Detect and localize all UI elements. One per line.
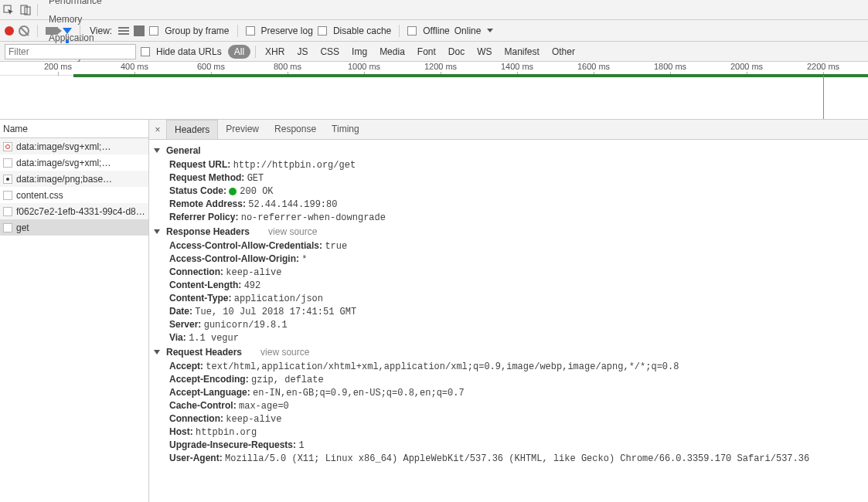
section-header[interactable]: Response Headersview source [149,224,868,239]
detail-tab-preview[interactable]: Preview [218,120,267,139]
device-toggle-icon[interactable] [17,0,34,20]
name-column-header[interactable]: Name [0,120,148,138]
header-key: Remote Address: [169,198,248,209]
filter-input[interactable] [5,44,136,59]
tab-performance[interactable]: Performance [41,0,110,10]
filter-toggle-icon[interactable] [63,28,72,34]
timeline-overview[interactable]: 200 ms400 ms600 ms800 ms1000 ms1200 ms14… [0,62,868,120]
header-item: Referrer Policy: no-referrer-when-downgr… [149,211,868,224]
view-source-link[interactable]: view source [268,226,317,237]
header-item: Host: httpbin.org [149,426,868,439]
filter-chip-ws[interactable]: WS [472,45,496,59]
type-filter-chips: AllXHRJSCSSImgMediaFontDocWSManifestOthe… [228,45,580,59]
view-source-link[interactable]: view source [260,347,309,358]
clear-icon[interactable] [19,25,29,36]
filter-chip-other[interactable]: Other [547,45,580,59]
header-key: Connection: [169,413,226,424]
timeline-tick: 2200 ms [807,62,839,71]
header-item: Access-Control-Allow-Credentials: true [149,239,868,253]
header-value: 492 [244,280,261,291]
header-key: Date: [169,306,195,317]
tree-view-icon[interactable] [134,25,145,36]
header-item: Accept: text/html,application/xhtml+xml,… [149,360,868,373]
request-name: get [16,222,29,233]
header-item: Remote Address: 52.44.144.199:80 [149,198,868,211]
separator [37,4,38,16]
disclosure-triangle-icon [154,148,160,153]
timeline-tick: 2000 ms [730,62,763,71]
devtools-tabs: ElementsConsoleSourcesNetworkPerformance… [0,0,868,20]
detail-tab-headers[interactable]: Headers [166,120,218,139]
request-row[interactable]: data:image/png;base… [0,171,148,187]
header-item: Date: Tue, 10 Jul 2018 17:41:51 GMT [149,305,868,318]
filter-chip-font[interactable]: Font [413,45,441,59]
header-item: Request Method: GET [149,171,868,185]
request-row[interactable]: data:image/svg+xml;… [0,138,148,154]
timeline-tick: 1800 ms [654,62,686,71]
header-value: 200 OK [229,186,273,197]
filter-chip-doc[interactable]: Doc [444,45,469,59]
timeline-tick: 1000 ms [348,62,380,71]
preserve-log-toggle[interactable]: Preserve log [246,25,313,36]
header-value: gunicorn/19.8.1 [204,320,288,331]
timeline-tick: 800 ms [274,62,301,71]
filter-chip-all[interactable]: All [228,45,250,59]
request-name: f062c7e2-1efb-4331-99c4-d8… [16,206,145,217]
filter-chip-js[interactable]: JS [292,45,312,59]
hide-data-urls-toggle[interactable]: Hide data URLs [141,46,222,57]
detail-tab-response[interactable]: Response [267,120,324,139]
section-header[interactable]: General [149,143,868,158]
separator [255,46,256,58]
header-key: Referrer Policy: [169,212,241,222]
record-icon[interactable] [5,26,14,36]
header-key: Cache-Control: [169,400,239,411]
group-by-frame-toggle[interactable]: Group by frame [149,25,229,36]
disable-cache-toggle[interactable]: Disable cache [318,25,391,36]
filter-chip-img[interactable]: Img [347,45,372,59]
offline-toggle[interactable]: Offline [407,25,449,36]
separator [37,25,38,37]
disclosure-triangle-icon [154,350,160,354]
request-row[interactable]: data:image/svg+xml;… [0,154,148,171]
file-icon [3,207,12,216]
header-key: Status Code: [169,185,229,196]
header-key: Content-Type: [169,293,234,304]
header-item: Status Code: 200 OK [149,185,868,198]
inspect-icon[interactable] [0,0,17,20]
filter-chip-manifest[interactable]: Manifest [500,45,544,59]
filter-bar: Hide data URLs AllXHRJSCSSImgMediaFontDo… [0,42,868,62]
throttling-select[interactable]: Online [454,25,494,36]
section-title: Response Headers [166,226,250,237]
file-icon [3,223,12,232]
header-value: 52.44.144.199:80 [248,199,337,210]
section-header[interactable]: Request Headersview source [149,344,868,360]
header-item: Access-Control-Allow-Origin: * [149,253,868,266]
request-row[interactable]: content.css [0,187,148,203]
header-item: Accept-Encoding: gzip, deflate [149,373,868,386]
detail-tab-timing[interactable]: Timing [324,120,367,139]
request-name: data:image/png;base… [16,174,112,185]
header-value: 1 [298,440,304,451]
main-split: Name data:image/svg+xml;…data:image/svg+… [0,120,868,502]
timeline-tick: 400 ms [121,62,148,71]
filter-chip-css[interactable]: CSS [315,45,344,59]
request-row[interactable]: get [0,219,148,236]
header-key: Accept: [169,361,206,371]
header-value: text/html,application/xhtml+xml,applicat… [206,361,679,372]
filter-chip-xhr[interactable]: XHR [260,45,289,59]
header-value: no-referrer-when-downgrade [241,212,386,223]
timeline-tick: 600 ms [197,62,225,71]
filter-chip-media[interactable]: Media [375,45,410,59]
list-view-icon[interactable] [118,25,129,36]
file-icon [3,175,12,184]
header-value: Mozilla/5.0 (X11; Linux x86_64) AppleWeb… [225,453,809,464]
header-value: keep-alive [226,267,281,278]
request-row[interactable]: f062c7e2-1efb-4331-99c4-d8… [0,203,148,219]
header-item: Connection: keep-alive [149,266,868,279]
screenshot-icon[interactable] [46,27,58,35]
timeline-tick: 1600 ms [577,62,610,71]
close-details-button[interactable]: × [149,120,166,139]
request-name: content.css [16,190,63,201]
header-item: Content-Length: 492 [149,279,868,292]
request-details-panel: × HeadersPreviewResponseTiming GeneralRe… [149,120,868,502]
